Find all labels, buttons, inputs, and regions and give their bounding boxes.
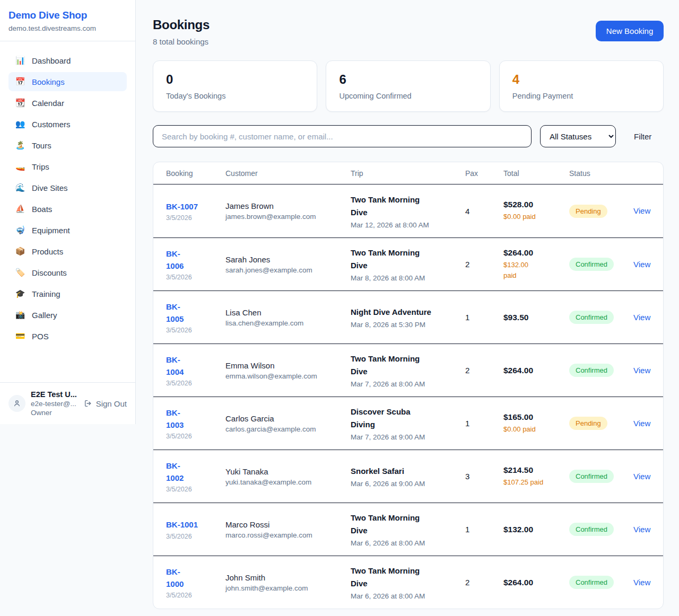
- sign-out-button[interactable]: Sign Out: [84, 399, 127, 408]
- actions-cell: View: [633, 313, 650, 322]
- page-subtitle: 8 total bookings: [153, 37, 210, 46]
- booking-date: 3/5/2026: [166, 327, 225, 334]
- view-link[interactable]: View: [633, 313, 650, 322]
- sidebar-item-label: Gallery: [32, 311, 57, 320]
- trip-name: Night Dive Adventure: [351, 306, 458, 319]
- sidebar-item-training[interactable]: 🎓 Training: [8, 284, 127, 303]
- trip-cell: Two Tank MorningDive Mar 12, 2026 at 8:0…: [351, 193, 465, 229]
- booking-date: 3/5/2026: [166, 274, 225, 281]
- user-role: Owner: [31, 409, 79, 417]
- user-section: E2E Test U... e2e-tester@... Owner Sign …: [0, 382, 135, 424]
- tours-icon: 🏝️: [15, 140, 25, 150]
- trip-cell: Discover ScubaDiving Mar 7, 2026 at 9:00…: [351, 406, 465, 441]
- table-row: BK-1003 3/5/2026 Carlos Garcia carlos.ga…: [153, 397, 663, 450]
- actions-cell: View: [633, 419, 650, 428]
- booking-id-link[interactable]: BK-1004: [166, 354, 225, 379]
- total-cell: $214.50 $107.25 paid: [503, 465, 569, 488]
- table-row: BK-1005 3/5/2026 Lisa Chen lisa.chen@exa…: [153, 291, 663, 344]
- total-amount: $264.00: [503, 366, 569, 375]
- table-row: BK-1004 3/5/2026 Emma Wilson emma.wilson…: [153, 344, 663, 397]
- user-email: e2e-tester@...: [31, 400, 79, 408]
- view-link[interactable]: View: [633, 419, 650, 428]
- calendar-icon: 📆: [15, 98, 25, 108]
- search-input[interactable]: [153, 125, 532, 147]
- trip-name: Two Tank MorningDive: [351, 565, 458, 590]
- booking-id-link[interactable]: BK-1006: [166, 248, 225, 272]
- sidebar-item-pos[interactable]: 💳 POS: [8, 327, 127, 346]
- column-header-trip: Trip: [351, 169, 465, 178]
- sidebar-item-bookings[interactable]: 📅 Bookings: [8, 72, 127, 91]
- sidebar-item-calendar[interactable]: 📆 Calendar: [8, 93, 127, 112]
- stat-card-upcoming-confirmed: 6 Upcoming Confirmed: [326, 60, 490, 112]
- customer-name: Carlos Garcia: [225, 414, 351, 423]
- sidebar-item-dashboard[interactable]: 📊 Dashboard: [8, 51, 127, 70]
- sidebar-item-trips[interactable]: 🚤 Trips: [8, 157, 127, 176]
- products-icon: 📦: [15, 247, 25, 256]
- booking-id-link[interactable]: BK-1001: [166, 518, 225, 531]
- booking-id-link[interactable]: BK-1000: [166, 566, 225, 591]
- sidebar-item-equipment[interactable]: 🤿 Equipment: [8, 221, 127, 240]
- booking-id-link[interactable]: BK-1007: [166, 200, 225, 213]
- view-link[interactable]: View: [633, 525, 650, 534]
- filter-button[interactable]: Filter: [634, 132, 651, 141]
- customer-email: marco.rossi@example.com: [225, 531, 351, 539]
- new-booking-button[interactable]: New Booking: [596, 21, 664, 41]
- brand-name[interactable]: Demo Dive Shop: [8, 10, 127, 21]
- status-cell: Confirmed: [569, 576, 633, 589]
- filter-row: All Statuses Filter: [153, 125, 664, 147]
- total-amount: $132.00: [503, 525, 569, 534]
- sidebar-item-label: POS: [32, 332, 49, 341]
- booking-id-link[interactable]: BK-1003: [166, 407, 225, 432]
- customer-cell: Lisa Chen lisa.chen@example.com: [225, 308, 351, 327]
- booking-date: 3/5/2026: [166, 533, 225, 540]
- trip-name: Snorkel Safari: [351, 465, 458, 478]
- sidebar-item-label: Products: [32, 247, 63, 256]
- customer-name: Emma Wilson: [225, 361, 351, 370]
- sidebar-item-tours[interactable]: 🏝️ Tours: [8, 136, 127, 155]
- trip-datetime: Mar 7, 2026 at 8:00 AM: [351, 380, 458, 388]
- booking-date: 3/5/2026: [166, 592, 225, 599]
- view-link[interactable]: View: [633, 472, 650, 481]
- trip-name: Two Tank MorningDive: [351, 512, 458, 537]
- booking-date: 3/5/2026: [166, 380, 225, 387]
- status-badge: Confirmed: [569, 523, 614, 536]
- view-link[interactable]: View: [633, 366, 650, 375]
- sidebar-item-dive-sites[interactable]: 🌊 Dive Sites: [8, 178, 127, 197]
- user-avatar-icon: [13, 399, 21, 408]
- pax-cell: 3: [465, 472, 503, 481]
- sidebar-item-gallery[interactable]: 📸 Gallery: [8, 305, 127, 324]
- trip-cell: Snorkel Safari Mar 6, 2026 at 9:00 AM: [351, 465, 465, 488]
- customer-name: Lisa Chen: [225, 308, 351, 317]
- sidebar-nav: 📊 Dashboard 📅 Bookings 📆 Calendar 👥 Cust…: [0, 41, 135, 382]
- customer-email: carlos.garcia@example.com: [225, 425, 351, 433]
- booking-id-link[interactable]: BK-1005: [166, 301, 225, 325]
- booking-id-link[interactable]: BK-1002: [166, 460, 225, 485]
- page-title: Bookings: [153, 17, 210, 32]
- sidebar-item-products[interactable]: 📦 Products: [8, 242, 127, 261]
- sidebar-item-discounts[interactable]: 🏷️ Discounts: [8, 263, 127, 282]
- view-link[interactable]: View: [633, 578, 650, 587]
- user-name: E2E Test U...: [31, 390, 79, 399]
- sign-out-icon: [84, 399, 92, 408]
- trips-icon: 🚤: [15, 162, 25, 171]
- column-header-status: Status: [569, 169, 633, 178]
- total-amount: $93.50: [503, 313, 569, 322]
- trip-cell: Two Tank MorningDive Mar 7, 2026 at 8:00…: [351, 353, 465, 388]
- booking-cell: BK-1002 3/5/2026: [166, 460, 225, 494]
- sidebar-item-boats[interactable]: ⛵ Boats: [8, 199, 127, 218]
- actions-cell: View: [633, 260, 650, 269]
- booking-cell: BK-1007 3/5/2026: [166, 200, 225, 222]
- column-header-pax: Pax: [465, 169, 503, 178]
- customer-name: James Brown: [225, 201, 351, 210]
- status-select[interactable]: All Statuses: [540, 125, 616, 147]
- sidebar-item-label: Tours: [32, 141, 51, 150]
- sidebar-item-label: Calendar: [32, 99, 64, 108]
- training-icon: 🎓: [15, 289, 25, 298]
- actions-cell: View: [633, 525, 650, 534]
- boats-icon: ⛵: [15, 204, 25, 214]
- sidebar-item-customers[interactable]: 👥 Customers: [8, 115, 127, 134]
- view-link[interactable]: View: [633, 260, 650, 269]
- sidebar-item-label: Dive Sites: [32, 183, 68, 192]
- view-link[interactable]: View: [633, 206, 650, 215]
- customers-icon: 👥: [15, 119, 25, 129]
